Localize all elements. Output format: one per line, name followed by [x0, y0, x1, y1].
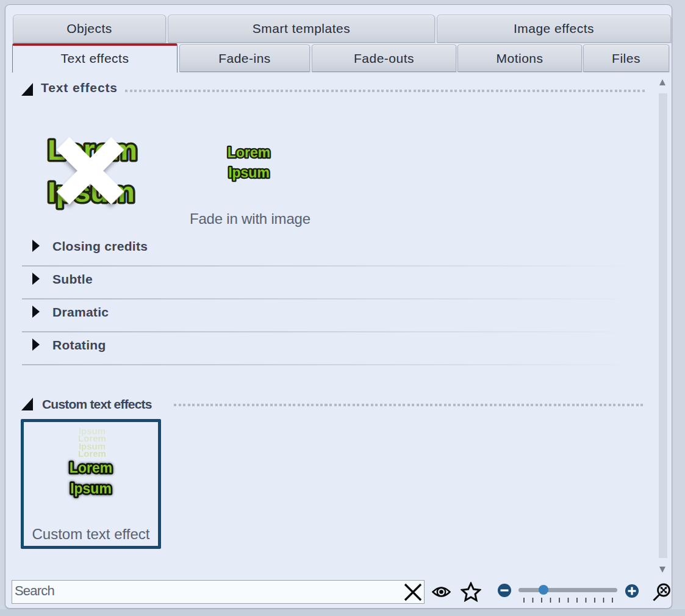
svg-text:Custom text effect: Custom text effect	[32, 526, 150, 542]
svg-text:Ipsum: Ipsum	[228, 165, 270, 181]
svg-text:Ipsum: Ipsum	[70, 481, 112, 496]
svg-text:Lorem: Lorem	[228, 145, 270, 160]
svg-text:Lorem: Lorem	[70, 460, 112, 476]
svg-text:Lorem: Lorem	[78, 448, 106, 459]
